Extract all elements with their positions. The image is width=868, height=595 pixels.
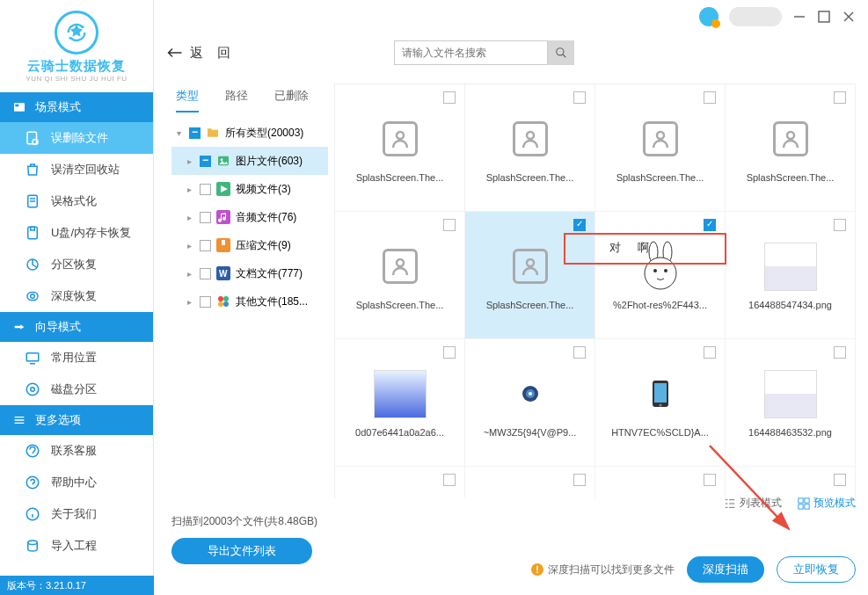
file-checkbox[interactable] [443,474,456,486]
user-pill[interactable] [729,7,782,26]
restore-button[interactable]: 立即恢复 [777,556,856,583]
preview-mode[interactable]: 预览模式 [798,496,856,511]
logo-icon [55,11,98,54]
file-name: SplashScreen.The... [356,172,444,183]
minimize-button[interactable] [792,10,806,24]
file-cell[interactable] [595,467,726,498]
file-cell[interactable]: SplashScreen.The... [726,84,856,212]
search-icon [555,47,567,59]
nav-disk[interactable]: 磁盘分区 [0,374,153,405]
nav-import[interactable]: 导入工程 [0,530,153,562]
file-checkbox[interactable] [443,346,456,359]
svg-point-44 [529,392,532,395]
file-checkbox[interactable] [573,474,586,486]
logo: 云骑士数据恢复 YUN QI SHI SHU JU HUI FU [0,0,153,92]
svg-point-12 [31,388,35,392]
nav-partition[interactable]: 分区恢复 [0,249,153,280]
nav-recycle-bin[interactable]: 误清空回收站 [0,154,153,185]
file-cell[interactable] [335,467,465,498]
file-cell[interactable]: 164488547434.png [726,212,856,339]
file-checkbox[interactable] [443,219,456,231]
svg-rect-2 [27,132,37,144]
svg-point-30 [223,301,229,307]
file-checkbox[interactable] [704,346,716,359]
deep-hint: ! 深度扫描可以找到更多文件 [531,562,675,577]
file-cell[interactable]: 0d07e6441a0a2a6... [335,339,465,467]
file-cell[interactable]: HTNV7EC%SCLD}A... [595,339,726,467]
svg-rect-10 [26,353,39,361]
app-name: 云骑士数据恢复 [27,58,126,75]
back-button[interactable]: 返 回 [167,45,236,62]
file-cell[interactable]: SplashScreen.The... [335,84,465,212]
file-cell[interactable]: SplashScreen.The... [465,84,595,212]
file-name: SplashScreen.The... [486,172,574,183]
section-more[interactable]: 更多选项 [0,405,153,435]
svg-point-36 [527,259,534,266]
list-mode[interactable]: 列表模式 [724,496,782,511]
search-button[interactable] [548,40,574,65]
file-checkbox[interactable] [834,346,846,359]
vip-icon[interactable] [699,7,718,26]
file-cell[interactable] [726,467,856,498]
file-cell[interactable]: ~MW3Z5{94{V@P9... [465,339,595,467]
tab-type[interactable]: 类型 [176,88,199,112]
close-button[interactable] [842,10,856,24]
header: 返 回 [167,35,856,70]
file-cell[interactable] [465,467,595,498]
tree-audio[interactable]: ▸ 音频文件(76) [171,203,328,231]
checkbox[interactable] [200,156,211,167]
nav-support[interactable]: 联系客服 [0,435,153,467]
tab-path[interactable]: 路径 [225,88,248,112]
file-checkbox[interactable] [443,91,456,104]
svg-point-39 [645,258,676,289]
file-cell[interactable]: SplashScreen.The... [595,84,726,212]
svg-point-31 [397,132,404,139]
export-button[interactable]: 导出文件列表 [171,538,312,564]
checkbox[interactable] [189,127,201,139]
tree-images[interactable]: ▸ 图片文件(603) [171,147,328,175]
file-cell[interactable]: 164488463532.png [726,339,856,467]
folder-icon [206,126,220,140]
file-cell[interactable]: SplashScreen.The... [335,212,465,339]
file-checkbox[interactable] [573,91,586,104]
nav-format[interactable]: 误格式化 [0,185,153,217]
file-cell[interactable]: 对 啊%2Fhot-res%2F443... [595,212,726,339]
section-wizard[interactable]: 向导模式 [0,312,153,342]
tree-other[interactable]: ▸ 其他文件(185... [171,287,328,316]
svg-point-14 [26,476,39,489]
nav-about[interactable]: 关于我们 [0,498,153,530]
file-checkbox[interactable] [704,219,716,231]
svg-point-18 [557,48,564,55]
file-name: SplashScreen.The... [616,172,704,183]
file-checkbox[interactable] [704,474,716,486]
file-checkbox[interactable] [573,346,586,359]
tree-video[interactable]: ▸ 视频文件(3) [171,175,328,203]
file-checkbox[interactable] [834,91,846,104]
search-input[interactable] [394,40,548,65]
svg-rect-51 [805,504,809,508]
file-checkbox[interactable] [704,91,716,104]
deep-scan-button[interactable]: 深度扫描 [687,556,764,583]
nav-help[interactable]: 帮助中心 [0,467,153,498]
section-scene[interactable]: 场景模式 [0,92,153,122]
audio-icon [216,210,230,224]
nav-usb[interactable]: U盘/内存卡恢复 [0,217,153,249]
nav-deep[interactable]: 深度恢复 [0,280,153,312]
file-checkbox[interactable] [834,474,846,486]
svg-point-34 [787,132,794,139]
file-checkbox[interactable] [834,219,846,231]
tree-archive[interactable]: ▸ 压缩文件(9) [171,231,328,259]
tab-deleted[interactable]: 已删除 [274,88,309,112]
svg-rect-6 [31,227,35,230]
svg-point-35 [397,259,404,266]
file-checkbox[interactable] [573,219,586,231]
file-name: 164488463532.png [748,427,832,438]
nav-common[interactable]: 常用位置 [0,342,153,374]
view-mode-switch: 列表模式 预览模式 [724,496,856,511]
maximize-button[interactable] [817,10,831,24]
tree-all[interactable]: ▾ 所有类型(20003) [171,119,328,147]
svg-point-47 [659,404,661,407]
file-cell[interactable]: SplashScreen.The... [465,212,595,339]
nav-deleted-files[interactable]: 误删除文件 [0,122,153,154]
tree-docs[interactable]: ▸ W 文档文件(777) [171,259,328,287]
